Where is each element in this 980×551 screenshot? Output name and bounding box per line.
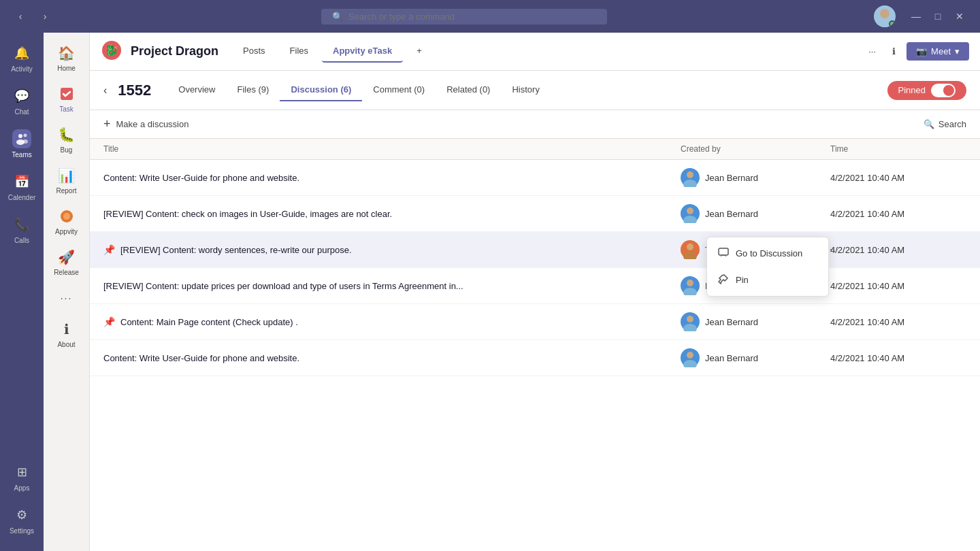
topbar: 🐉 Project Dragon Posts Files Appvity eTa… [90,33,980,71]
apps-icon: ⊞ [12,463,31,482]
task-tab-overview[interactable]: Overview [167,79,226,101]
close-button[interactable]: ✕ [950,7,969,26]
app-sidebar-appvity[interactable]: Appvity [46,201,87,241]
app-sidebar-task[interactable]: Task [46,79,87,118]
topbar-info-button[interactable]: ℹ [887,42,901,61]
topbar-more-button[interactable]: ··· [863,42,881,61]
row-time: 4/2/2021 10:40 AM [830,245,966,255]
svg-point-17 [687,280,693,286]
app-sidebar-home[interactable]: 🏠 Home [46,38,87,78]
row-6-creator-name: Jean Bernard [705,353,758,363]
meet-dropdown-icon: ▾ [955,46,960,56]
row-4-title-text: [REVIEW] Content: update prices per down… [103,281,463,291]
more-icon: ··· [57,288,76,307]
project-logo: 🐉 [101,39,122,64]
tab-posts[interactable]: Posts [232,40,276,63]
minimize-button[interactable]: — [906,7,926,26]
add-discussion-label: Make a discussion [116,119,189,129]
search-icon: 🔍 [332,12,343,22]
back-button[interactable]: ‹ [103,84,107,97]
context-menu: Go to Discussion Pin [706,237,829,297]
row-title: 📌 Content: Main Page content (Check upda… [103,316,681,327]
about-label: About [57,341,75,348]
svg-point-15 [687,244,693,250]
pinned-label: Pinned [898,85,926,95]
sidebar-left: 🔔 Activity 💬 Chat Teams 📅 Calender 📞 [0,33,44,551]
sidebar-item-calendar[interactable]: 📅 Calender [3,167,41,207]
task-tab-files[interactable]: Files (9) [226,79,280,101]
release-icon: 🚀 [57,248,76,267]
creator-avatar [681,204,700,223]
svg-point-8 [63,213,70,220]
table-row[interactable]: Content: Write User-Guide for phone and … [90,160,980,196]
bug-icon: 🐛 [57,125,76,144]
context-menu-go-to-discussion[interactable]: Go to Discussion [707,240,828,267]
table-row[interactable]: 📌 Content: Main Page content (Check upda… [90,304,980,340]
row-5-title-text: Content: Main Page content (Check update… [120,317,298,327]
topbar-actions: ··· ℹ 📷 Meet ▾ [863,42,969,61]
app-sidebar-about[interactable]: ℹ About [46,314,87,354]
table-row[interactable]: [REVIEW] Content: check on images in Use… [90,196,980,232]
pin-toggle[interactable] [931,84,956,97]
context-menu-pin[interactable]: Pin [707,267,828,293]
meet-button[interactable]: 📷 Meet ▾ [906,42,969,61]
tab-files[interactable]: Files [279,40,319,63]
sidebar-item-apps[interactable]: ⊞ Apps [3,457,41,497]
svg-point-5 [22,139,28,144]
sidebar-item-chat[interactable]: 💬 Chat [3,81,41,121]
sidebar-item-activity[interactable]: 🔔 Activity [3,38,41,78]
table-row[interactable]: [REVIEW] Content: update prices per down… [90,268,980,304]
discussion-table: Title Created by Time Content: Write Use… [90,139,980,551]
svg-point-21 [687,352,693,358]
pin-toggle-thumb [943,85,954,96]
task-id: 1552 [118,82,151,99]
table-row[interactable]: 📌 [REVIEW] Content: wordy sentences, re-… [90,232,980,268]
appvity-label: Appvity [55,228,78,235]
row-3-title-text: [REVIEW] Content: wordy sentences, re-wr… [120,245,352,255]
app-sidebar-more[interactable]: ··· [46,283,87,313]
task-tab-discussion[interactable]: Discussion (6) [280,79,362,101]
pin-icon: 📌 [103,244,115,255]
search-input[interactable] [348,12,596,22]
sidebar-label-settings: Settings [10,527,34,535]
app-sidebar-bug[interactable]: 🐛 Bug [46,120,87,159]
task-tab-comment[interactable]: Comment (0) [362,79,436,101]
row-5-creator-name: Jean Bernard [705,317,758,327]
nav-forward-button[interactable]: › [35,7,54,26]
search-discussions[interactable]: 🔍 Search [924,119,966,129]
user-avatar[interactable] [874,5,896,27]
add-tab-button[interactable]: + [406,40,433,63]
app-sidebar-report[interactable]: 📊 Report [46,161,87,200]
task-tab-history[interactable]: History [501,79,550,101]
sidebar-item-settings[interactable]: ⚙ Settings [3,500,41,540]
row-time: 4/2/2021 10:40 AM [830,281,966,291]
sidebar-bottom: ⊞ Apps ⚙ Settings [3,457,41,546]
svg-point-13 [687,207,693,214]
maximize-button[interactable]: □ [928,7,947,26]
titlebar-nav: ‹ › [11,7,54,26]
creator-avatar [681,348,700,367]
header-time: Time [830,144,966,154]
svg-point-14 [683,216,697,223]
pin-label: Pin [736,275,749,285]
creator-avatar [681,168,700,187]
table-row[interactable]: Content: Write User-Guide for phone and … [90,340,980,376]
project-name: Project Dragon [131,44,218,59]
row-title: 📌 [REVIEW] Content: wordy sentences, re-… [103,244,681,255]
app-sidebar-release[interactable]: 🚀 Release [46,242,87,282]
discussion-toolbar: + Make a discussion 🔍 Search [90,110,980,139]
task-header: ‹ 1552 Overview Files (9) Discussion (6)… [90,71,980,110]
sidebar-item-teams[interactable]: Teams [3,124,41,164]
row-2-creator-name: Jean Bernard [705,209,758,219]
svg-point-12 [683,180,697,187]
add-discussion-button[interactable]: + Make a discussion [103,117,189,131]
sidebar-label-calls: Calls [14,237,29,244]
row-1-creator-name: Jean Bernard [705,173,758,183]
tab-appvity-etask[interactable]: Appvity eTask [322,40,403,63]
task-tab-related[interactable]: Related (0) [436,79,501,101]
row-creator: Jean Bernard [681,168,830,187]
titlebar-search-bar[interactable]: 🔍 [321,9,607,24]
nav-back-button[interactable]: ‹ [11,7,30,26]
sidebar-item-calls[interactable]: 📞 Calls [3,210,41,250]
svg-point-16 [683,252,697,259]
